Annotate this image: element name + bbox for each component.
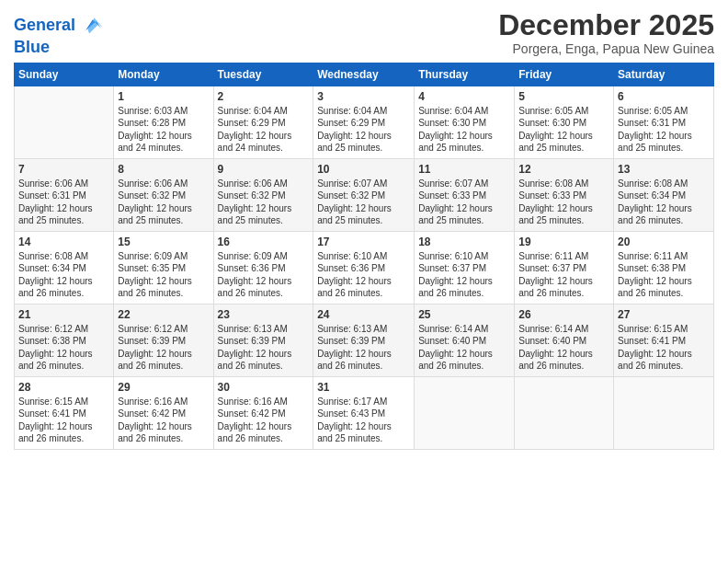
day-info-line: and 25 minutes.	[218, 214, 310, 227]
day-info-line: Daylight: 12 hours	[218, 420, 310, 433]
day-info-line: Daylight: 12 hours	[518, 348, 609, 361]
day-number: 19	[518, 236, 609, 248]
day-info-line: Daylight: 12 hours	[618, 275, 710, 288]
day-info: Sunrise: 6:06 AMSunset: 6:32 PMDaylight:…	[218, 178, 310, 227]
day-info: Sunrise: 6:12 AMSunset: 6:39 PMDaylight:…	[118, 323, 209, 373]
day-info-line: and 25 minutes.	[317, 432, 410, 445]
day-info-line: Sunset: 6:33 PM	[518, 190, 609, 202]
day-info-line: and 25 minutes.	[618, 142, 710, 155]
day-info-line: and 26 minutes.	[18, 287, 109, 300]
day-info-line: Sunset: 6:30 PM	[418, 117, 510, 130]
day-info-line: Sunrise: 6:14 AM	[418, 323, 510, 336]
day-info-line: Sunrise: 6:06 AM	[118, 178, 209, 190]
day-number: 10	[317, 163, 410, 176]
day-info-line: and 26 minutes.	[618, 360, 710, 373]
day-info-line: and 26 minutes.	[418, 360, 510, 373]
day-info-line: Sunrise: 6:09 AM	[218, 250, 310, 263]
header-saturday: Saturday	[614, 63, 714, 86]
day-number: 21	[18, 308, 109, 321]
day-info-line: Sunset: 6:42 PM	[218, 408, 310, 420]
day-info-line: Sunrise: 6:05 AM	[618, 105, 710, 118]
day-info-line: Sunset: 6:37 PM	[418, 262, 510, 275]
day-number: 6	[618, 90, 710, 103]
day-info-line: Sunrise: 6:07 AM	[317, 178, 410, 190]
calendar-day-cell: 8Sunrise: 6:06 AMSunset: 6:32 PMDaylight…	[114, 158, 213, 231]
day-info-line: and 25 minutes.	[418, 214, 510, 227]
calendar-day-cell: 23Sunrise: 6:13 AMSunset: 6:39 PMDayligh…	[213, 304, 313, 376]
day-number: 22	[118, 308, 209, 321]
day-info-line: Daylight: 12 hours	[118, 348, 209, 361]
day-number: 24	[317, 308, 410, 321]
day-info-line: and 26 minutes.	[118, 432, 209, 445]
day-info-line: Daylight: 12 hours	[18, 275, 109, 288]
header-thursday: Thursday	[415, 63, 515, 86]
day-info-line: Sunrise: 6:08 AM	[18, 250, 109, 263]
calendar-day-cell: 1Sunrise: 6:03 AMSunset: 6:28 PMDaylight…	[114, 86, 213, 158]
day-info-line: Sunset: 6:38 PM	[18, 335, 109, 348]
calendar-week-row: 21Sunrise: 6:12 AMSunset: 6:38 PMDayligh…	[15, 304, 714, 376]
day-number: 27	[618, 308, 710, 321]
day-info: Sunrise: 6:11 AMSunset: 6:38 PMDaylight:…	[618, 250, 710, 300]
title-section: December 2025 Porgera, Enga, Papua New G…	[498, 9, 714, 56]
day-info-line: Sunset: 6:39 PM	[317, 335, 410, 348]
logo-content: General Blue	[14, 13, 103, 57]
day-info: Sunrise: 6:10 AMSunset: 6:36 PMDaylight:…	[317, 250, 410, 300]
calendar-table: Sunday Monday Tuesday Wednesday Thursday…	[14, 63, 714, 450]
calendar-header: Sunday Monday Tuesday Wednesday Thursday…	[15, 63, 714, 86]
calendar-day-cell: 27Sunrise: 6:15 AMSunset: 6:41 PMDayligh…	[614, 304, 714, 376]
calendar-day-cell: 4Sunrise: 6:04 AMSunset: 6:30 PMDaylight…	[415, 86, 515, 158]
header-monday: Monday	[114, 63, 213, 86]
day-info-line: Sunrise: 6:14 AM	[518, 323, 609, 336]
day-info: Sunrise: 6:09 AMSunset: 6:35 PMDaylight:…	[118, 250, 209, 300]
calendar-day-cell: 21Sunrise: 6:12 AMSunset: 6:38 PMDayligh…	[15, 304, 114, 376]
day-info-line: Sunset: 6:40 PM	[518, 335, 609, 348]
day-info-line: and 26 minutes.	[418, 287, 510, 300]
calendar-day-cell: 31Sunrise: 6:17 AMSunset: 6:43 PMDayligh…	[313, 376, 415, 449]
day-info-line: Sunset: 6:32 PM	[118, 190, 209, 202]
calendar-day-cell: 19Sunrise: 6:11 AMSunset: 6:37 PMDayligh…	[515, 231, 614, 304]
day-info-line: and 26 minutes.	[118, 360, 209, 373]
day-info-line: Sunrise: 6:06 AM	[18, 178, 109, 190]
calendar-day-cell: 11Sunrise: 6:07 AMSunset: 6:33 PMDayligh…	[415, 158, 515, 231]
day-info-line: and 25 minutes.	[118, 214, 209, 227]
day-info-line: Sunset: 6:39 PM	[218, 335, 310, 348]
day-info: Sunrise: 6:13 AMSunset: 6:39 PMDaylight:…	[218, 323, 310, 373]
header-wednesday: Wednesday	[313, 63, 415, 86]
calendar-day-cell: 10Sunrise: 6:07 AMSunset: 6:32 PMDayligh…	[313, 158, 415, 231]
calendar-week-row: 14Sunrise: 6:08 AMSunset: 6:34 PMDayligh…	[15, 231, 714, 304]
day-info-line: Sunrise: 6:04 AM	[418, 105, 510, 118]
day-number: 16	[218, 236, 310, 248]
day-info-line: Sunrise: 6:08 AM	[618, 178, 710, 190]
day-info-line: Sunrise: 6:05 AM	[518, 105, 609, 118]
day-number: 28	[18, 381, 109, 394]
day-info: Sunrise: 6:08 AMSunset: 6:34 PMDaylight:…	[18, 250, 109, 300]
day-number: 31	[317, 381, 410, 394]
day-info-line: Sunset: 6:33 PM	[418, 190, 510, 202]
day-info-line: Sunset: 6:35 PM	[118, 262, 209, 275]
day-info-line: Sunset: 6:43 PM	[317, 408, 410, 420]
day-info-line: Daylight: 12 hours	[418, 130, 510, 143]
day-info-line: and 25 minutes.	[418, 142, 510, 155]
day-info-line: Sunset: 6:30 PM	[518, 117, 609, 130]
day-info-line: Daylight: 12 hours	[118, 275, 209, 288]
day-number: 11	[418, 163, 510, 176]
calendar-day-cell: 18Sunrise: 6:10 AMSunset: 6:37 PMDayligh…	[415, 231, 515, 304]
day-info-line: Sunset: 6:29 PM	[218, 117, 310, 130]
day-info-line: Sunset: 6:39 PM	[118, 335, 209, 348]
day-info-line: and 24 minutes.	[118, 142, 209, 155]
day-info-line: Sunset: 6:37 PM	[518, 262, 609, 275]
day-info-line: and 25 minutes.	[317, 214, 410, 227]
day-info: Sunrise: 6:15 AMSunset: 6:41 PMDaylight:…	[18, 396, 109, 445]
calendar-day-cell	[515, 376, 614, 449]
calendar-day-cell: 9Sunrise: 6:06 AMSunset: 6:32 PMDaylight…	[213, 158, 313, 231]
day-number: 1	[118, 90, 209, 103]
page-container: General Blue December 2025 Porgera, Enga…	[0, 0, 728, 459]
calendar-day-cell: 3Sunrise: 6:04 AMSunset: 6:29 PMDaylight…	[313, 86, 415, 158]
day-info-line: Daylight: 12 hours	[118, 130, 209, 143]
day-info-line: Daylight: 12 hours	[18, 202, 109, 215]
day-info-line: Sunset: 6:36 PM	[218, 262, 310, 275]
calendar-body: 1Sunrise: 6:03 AMSunset: 6:28 PMDaylight…	[15, 86, 714, 449]
day-number: 5	[518, 90, 609, 103]
calendar-day-cell: 24Sunrise: 6:13 AMSunset: 6:39 PMDayligh…	[313, 304, 415, 376]
day-info: Sunrise: 6:14 AMSunset: 6:40 PMDaylight:…	[518, 323, 609, 373]
